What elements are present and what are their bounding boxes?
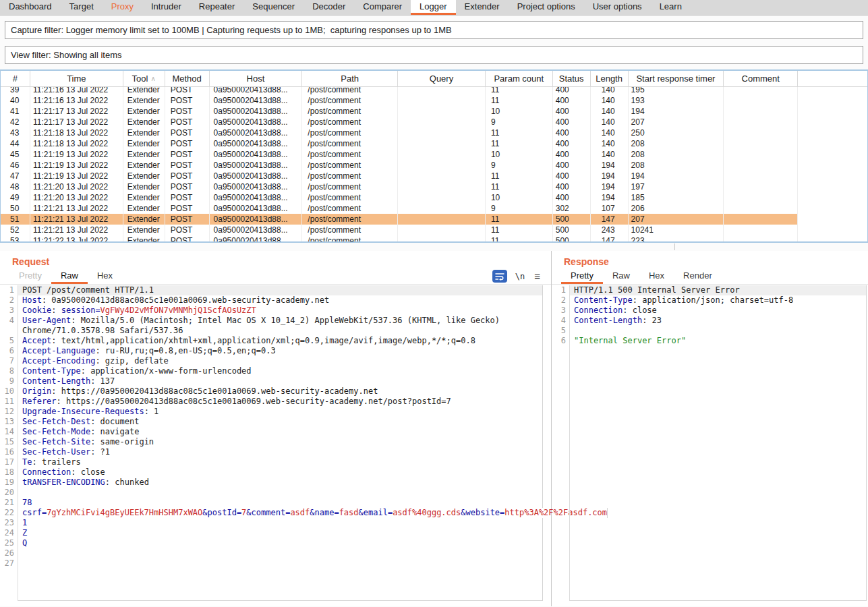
table-row[interactable]: 4811:21:20 13 Jul 2022ExtenderPOST0a9500… xyxy=(1,181,867,192)
cell-num: 42 xyxy=(1,117,30,127)
line-content: 1 xyxy=(18,518,543,528)
table-row[interactable]: 5311:21:22 13 Jul 2022ExtenderPOST0a9500… xyxy=(1,235,867,241)
cell-start-response-timer: 194 xyxy=(629,171,724,181)
menu-item-logger[interactable]: Logger xyxy=(411,0,455,15)
cell-path: /post/comment xyxy=(302,181,398,192)
cell-method: POST xyxy=(165,149,210,160)
tab-hex[interactable]: Hex xyxy=(88,268,122,284)
table-row[interactable]: 4311:21:18 13 Jul 2022ExtenderPOST0a9500… xyxy=(1,127,867,138)
tab-pretty[interactable]: Pretty xyxy=(9,268,51,284)
editor-line: 2Content-Type: application/json; charset… xyxy=(552,295,867,306)
view-filter-bar[interactable]: View filter: Showing all items xyxy=(5,46,863,64)
cell-num: 44 xyxy=(1,138,30,149)
cell-path: /post/comment xyxy=(302,87,398,95)
tab-raw[interactable]: Raw xyxy=(603,268,639,284)
table-row[interactable]: 4011:21:16 13 Jul 2022ExtenderPOST0a9500… xyxy=(1,95,867,106)
menu-item-decoder[interactable]: Decoder xyxy=(303,0,354,15)
tab-hex[interactable]: Hex xyxy=(639,268,674,284)
cell-filler xyxy=(798,149,867,160)
capture-filter-bar[interactable]: Capture filter: Logger memory limit set … xyxy=(5,21,863,39)
cell-path: /post/comment xyxy=(302,214,398,225)
column-header-param-count[interactable]: Param count xyxy=(486,71,553,86)
line-content: tRANSFER-ENCODING: chunked xyxy=(18,478,543,488)
word-wrap-icon[interactable] xyxy=(492,270,507,283)
cell-tool: Extender xyxy=(123,225,165,235)
column-header-label: Status xyxy=(559,74,584,84)
editor-line: 1POST /post/comment HTTP/1.1 xyxy=(0,285,543,295)
editor-line: 7Accept-Encoding: gzip, deflate xyxy=(0,356,543,366)
table-row[interactable]: 4911:21:20 13 Jul 2022ExtenderPOST0a9500… xyxy=(1,192,867,203)
tab-pretty[interactable]: Pretty xyxy=(561,268,603,284)
column-header-time[interactable]: Time xyxy=(30,71,123,86)
cell-start-response-timer: 250 xyxy=(629,127,724,138)
cell-host: 0a9500020413d88... xyxy=(210,160,303,171)
table-row[interactable]: 4711:21:19 13 Jul 2022ExtenderPOST0a9500… xyxy=(1,171,867,181)
editor-line: 10Origin: https://0a9500020413d88ac08c5c… xyxy=(0,386,543,397)
menu-item-dashboard[interactable]: Dashboard xyxy=(0,0,61,15)
cell-path: /post/comment xyxy=(302,95,398,106)
request-editor[interactable]: 1POST /post/comment HTTP/1.12Host: 0a950… xyxy=(0,285,543,601)
menu-item-learn[interactable]: Learn xyxy=(651,0,691,15)
response-panel-title: Response xyxy=(552,251,868,268)
cell-query xyxy=(398,214,486,225)
table-row[interactable]: 4211:21:17 13 Jul 2022ExtenderPOST0a9500… xyxy=(1,117,867,127)
table-row[interactable]: 5211:21:21 13 Jul 2022ExtenderPOST0a9500… xyxy=(1,225,867,235)
table-row-selected[interactable]: 5111:21:21 13 Jul 2022ExtenderPOST0a9500… xyxy=(1,214,867,225)
cell-param-count: 11 xyxy=(486,95,553,106)
editor-menu-icon[interactable]: ≡ xyxy=(534,270,540,282)
column-header-label: Param count xyxy=(494,74,544,84)
column-header-tool[interactable]: Tool∧ xyxy=(123,71,165,86)
column-header-method[interactable]: Method xyxy=(165,71,210,86)
tab-raw[interactable]: Raw xyxy=(51,268,88,284)
menu-item-extender[interactable]: Extender xyxy=(456,0,509,15)
column-header-filler xyxy=(798,71,867,86)
horizontal-splitter[interactable] xyxy=(0,243,868,251)
cell-time: 11:21:16 13 Jul 2022 xyxy=(30,95,123,106)
newline-toggle-icon[interactable]: \n xyxy=(515,272,525,281)
menu-item-target[interactable]: Target xyxy=(61,0,103,15)
editor-line: 24Z xyxy=(0,528,543,538)
table-row[interactable]: 4111:21:17 13 Jul 2022ExtenderPOST0a9500… xyxy=(1,106,867,117)
cell-query xyxy=(398,127,486,138)
cell-param-count: 11 xyxy=(486,171,553,181)
editor-line: 16Sec-Fetch-User: ?1 xyxy=(0,447,543,457)
column-header-status[interactable]: Status xyxy=(553,71,591,86)
column-header-length[interactable]: Length xyxy=(591,71,629,86)
cell-query xyxy=(398,106,486,117)
cell-length: 140 xyxy=(591,127,629,138)
column-header-query[interactable]: Query xyxy=(398,71,486,86)
tab-render[interactable]: Render xyxy=(674,268,722,284)
menu-item-sequencer[interactable]: Sequencer xyxy=(243,0,303,15)
splitter-handle[interactable] xyxy=(674,243,675,250)
cell-filler xyxy=(798,225,867,235)
table-row[interactable]: 4611:21:19 13 Jul 2022ExtenderPOST0a9500… xyxy=(1,160,867,171)
cell-query xyxy=(398,87,486,95)
cell-status: 400 xyxy=(553,106,591,117)
cell-status: 400 xyxy=(553,87,591,95)
table-row[interactable]: 4511:21:19 13 Jul 2022ExtenderPOST0a9500… xyxy=(1,149,867,160)
menu-item-comparer[interactable]: Comparer xyxy=(354,0,411,15)
cell-filler xyxy=(798,106,867,117)
editor-line: 19tRANSFER-ENCODING: chunked xyxy=(0,478,543,488)
column-header-path[interactable]: Path xyxy=(302,71,398,86)
column-header-host[interactable]: Host xyxy=(210,71,303,86)
cell-length: 140 xyxy=(591,138,629,149)
column-header-blank[interactable]: # xyxy=(1,71,30,86)
column-header-comment[interactable]: Comment xyxy=(724,71,798,86)
menu-item-project-options[interactable]: Project options xyxy=(509,0,584,15)
menu-item-repeater[interactable]: Repeater xyxy=(190,0,243,15)
menu-item-proxy[interactable]: Proxy xyxy=(103,0,142,15)
cell-host: 0a9500020413d88... xyxy=(210,192,303,203)
menu-item-user-options[interactable]: User options xyxy=(584,0,651,15)
response-editor[interactable]: 1HTTP/1.1 500 Internal Server Error2Cont… xyxy=(552,285,867,601)
line-number: 5 xyxy=(0,336,18,346)
editor-line: 17Te: trailers xyxy=(0,457,543,467)
table-row[interactable]: 4411:21:18 13 Jul 2022ExtenderPOST0a9500… xyxy=(1,138,867,149)
table-row[interactable]: 3911:21:16 13 Jul 2022ExtenderPOST0a9500… xyxy=(1,87,867,95)
menu-item-intruder[interactable]: Intruder xyxy=(142,0,190,15)
line-number: 12 xyxy=(0,407,18,417)
cell-num: 46 xyxy=(1,160,30,171)
column-header-start-response-timer[interactable]: Start response timer xyxy=(629,71,724,86)
table-row[interactable]: 5011:21:21 13 Jul 2022ExtenderPOST0a9500… xyxy=(1,203,867,214)
cell-time: 11:21:19 13 Jul 2022 xyxy=(30,149,123,160)
